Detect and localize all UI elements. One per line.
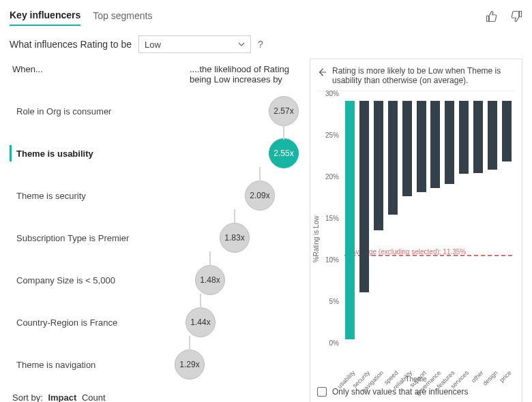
influencer-bubble[interactable]: 1.48x [195, 265, 225, 295]
influencer-bubble[interactable]: 1.29x [175, 350, 205, 380]
influencer-label: Role in Org is consumer [10, 106, 160, 117]
prompt-row: What influences Rating to be Low ? [10, 35, 522, 53]
tab-key-influencers[interactable]: Key influencers [10, 7, 80, 26]
bar[interactable]: navigation [373, 101, 385, 350]
target-value-select[interactable]: Low [138, 35, 251, 53]
influencer-label: Subscription Type is Premier [10, 233, 160, 243]
y-tick: 0% [321, 339, 339, 347]
influencer-label: Company Size is < 5,000 [10, 275, 160, 285]
back-arrow-icon[interactable] [317, 67, 327, 77]
influencer-bubble[interactable]: 2.57x [269, 96, 299, 126]
chevron-down-icon [238, 41, 245, 48]
chart: %Rating is Low 0%5%10%15%20%25%30%Averag… [317, 94, 515, 384]
influencer-row[interactable]: Company Size is < 5,000 [10, 259, 303, 301]
influencer-row[interactable]: Theme is navigation [10, 343, 303, 386]
influencer-label: Country-Region is France [10, 318, 160, 328]
influencer-row[interactable]: Country-Region is France [10, 301, 303, 343]
y-axis-label: %Rating is Low [312, 216, 320, 263]
influencers-panel: When... ....the likelihood of Rating bei… [10, 59, 303, 402]
prompt-text: What influences Rating to be [10, 39, 132, 50]
bar[interactable]: services [458, 101, 470, 350]
bar[interactable]: other [472, 101, 484, 350]
bar[interactable]: usability [344, 101, 356, 350]
influencer-row[interactable]: Role in Org is consumer [10, 90, 303, 132]
y-tick: 20% [321, 173, 339, 181]
bar[interactable]: governance [430, 101, 441, 350]
influencer-bubble[interactable]: 1.44x [186, 307, 216, 337]
detail-panel: Rating is more likely to be Low when The… [310, 59, 522, 402]
x-tick: price [499, 369, 513, 384]
bar[interactable]: support [415, 101, 427, 350]
y-tick: 5% [321, 298, 339, 305]
x-tick: design [481, 369, 499, 387]
y-tick: 25% [321, 132, 339, 139]
help-icon[interactable]: ? [258, 39, 263, 50]
likelihood-header: ....the likelihood of Rating being Low i… [190, 64, 300, 84]
influencer-list: Role in Org is consumerTheme is usabilit… [10, 90, 303, 390]
influencer-label: Theme is navigation [10, 360, 160, 370]
sort-row: Sort by: Impact Count [10, 392, 303, 402]
influencer-bubble[interactable]: 2.09x [245, 181, 275, 211]
influencer-bubble[interactable]: 1.83x [220, 223, 250, 253]
y-tick: 30% [321, 90, 339, 97]
sort-count[interactable]: Count [82, 392, 106, 402]
thumbs-down-icon[interactable] [510, 10, 522, 22]
select-value: Low [145, 40, 161, 50]
when-header: When... [12, 64, 190, 84]
sort-impact[interactable]: Impact [48, 392, 76, 402]
only-influencers-label: Only show values that are influencers [332, 387, 468, 397]
influencer-bubble[interactable]: 2.55x [269, 138, 299, 168]
bar[interactable]: reliability [401, 101, 413, 350]
bar[interactable]: price [501, 101, 512, 350]
influencer-row[interactable]: Subscription Type is Premier [10, 217, 303, 259]
bar[interactable]: security [359, 101, 370, 350]
sort-label: Sort by: [12, 392, 43, 402]
influencer-label: Theme is usability [10, 149, 160, 159]
bar[interactable]: design [486, 101, 498, 350]
bar[interactable]: features [444, 101, 456, 350]
influencer-label: Theme is security [10, 191, 160, 201]
only-influencers-checkbox[interactable] [317, 387, 327, 397]
insight-text: Rating is more likely to be Low when The… [332, 66, 515, 85]
bar[interactable]: speed [387, 101, 398, 350]
thumbs-up-icon[interactable] [486, 10, 498, 22]
tab-top-segments[interactable]: Top segments [93, 7, 152, 25]
x-axis-label: Theme [405, 375, 426, 383]
y-tick: 10% [321, 256, 339, 264]
y-tick: 15% [321, 215, 339, 222]
tabs-bar: Key influencers Top segments [10, 5, 522, 29]
